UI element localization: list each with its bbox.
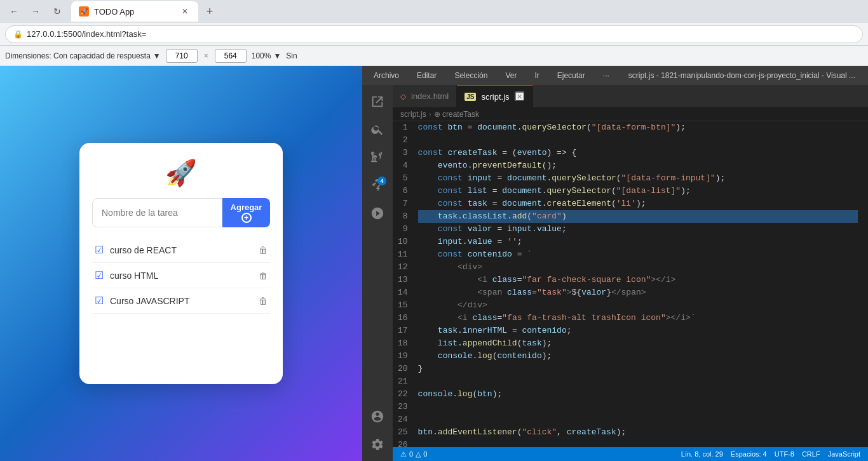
vscode-body: 4 ◇ index.html bbox=[362, 85, 868, 461]
status-spaces[interactable]: Espacios: 4 bbox=[731, 450, 767, 458]
tab-script-js[interactable]: JS script.js ✕ bbox=[457, 85, 532, 107]
todo-item-1: ☑ curso HTML 🗑 bbox=[92, 263, 270, 288]
tab-index-html[interactable]: ◇ index.html bbox=[393, 85, 457, 107]
code-line: } bbox=[418, 363, 858, 375]
todo-text-2: Curso JAVASCRIPT bbox=[110, 296, 252, 306]
vscode-menu-archivo[interactable]: Archivo bbox=[370, 70, 403, 81]
activity-account-icon[interactable] bbox=[366, 405, 389, 428]
dimensions-label: Dimensiones: Con capacidad de respuesta … bbox=[5, 51, 161, 60]
script-js-tab-close[interactable]: ✕ bbox=[515, 91, 525, 102]
reload-button[interactable]: ↻ bbox=[48, 3, 66, 20]
add-button-label: Agregar bbox=[231, 203, 262, 212]
activity-extensions-icon[interactable]: 4 bbox=[366, 174, 389, 197]
breadcrumb-file: script.js bbox=[400, 110, 426, 119]
todo-card: 🚀 Agregar + ☑ curso de REACT 🗑 ☑ curso H… bbox=[79, 143, 283, 384]
status-language[interactable]: JavaScript bbox=[828, 450, 860, 458]
todo-text-0: curso de REACT bbox=[110, 245, 252, 255]
delete-icon-2[interactable]: 🗑 bbox=[259, 296, 268, 306]
code-line bbox=[418, 134, 858, 147]
code-line: const valor = input.value; bbox=[418, 223, 858, 236]
code-line: </div> bbox=[418, 299, 858, 312]
sin-label: Sin bbox=[286, 51, 297, 60]
rocket-icon: 🚀 bbox=[165, 158, 197, 188]
new-tab-button[interactable]: + bbox=[201, 3, 219, 20]
activity-settings-icon[interactable] bbox=[366, 433, 389, 456]
zoom-value: 100% bbox=[252, 51, 271, 60]
toolbar-row: Dimensiones: Con capacidad de respuesta … bbox=[0, 46, 868, 66]
add-plus-icon: + bbox=[241, 213, 252, 223]
active-tab[interactable]: 🚀 TODO App ✕ bbox=[71, 1, 198, 22]
status-line-col[interactable]: Lín. 8, col. 29 bbox=[681, 450, 723, 458]
vscode-editor: Archivo Editar Selección Ver Ir Ejecutar… bbox=[362, 66, 868, 461]
code-line bbox=[418, 413, 858, 426]
activity-debug-icon[interactable] bbox=[366, 202, 389, 225]
activity-source-control-icon[interactable] bbox=[366, 146, 389, 169]
zoom-selector[interactable]: 100% ▼ bbox=[252, 51, 281, 60]
language-text: JavaScript bbox=[828, 450, 860, 458]
vscode-window-title: script.js - 1821-manipulando-dom-con-js-… bbox=[623, 71, 860, 80]
code-line: console.log(btn); bbox=[418, 388, 858, 401]
vscode-menu-more[interactable]: ··· bbox=[599, 70, 613, 81]
status-errors[interactable]: ⚠ 0 △ 0 bbox=[400, 450, 427, 458]
code-line: task.classList.add("card") bbox=[418, 210, 858, 223]
code-line: console.log(contenido); bbox=[418, 350, 858, 363]
vscode-menu-seleccion[interactable]: Selección bbox=[451, 70, 491, 81]
todo-text-1: curso HTML bbox=[110, 271, 252, 281]
vscode-menu-ver[interactable]: Ver bbox=[501, 70, 520, 81]
code-line: <span class="task">${valor}</span> bbox=[418, 286, 858, 299]
vscode-menu-editar[interactable]: Editar bbox=[413, 70, 440, 81]
code-line: const list = document.querySelector("[da… bbox=[418, 185, 858, 197]
vscode-statusbar: ⚠ 0 △ 0 Lín. 8, col. 29 Espacios: 4 bbox=[393, 447, 868, 461]
line-col-text: Lín. 8, col. 29 bbox=[681, 450, 723, 458]
error-icon: ⚠ bbox=[400, 450, 407, 458]
code-line: list.appendChild(task); bbox=[418, 337, 858, 350]
check-icon-0[interactable]: ☑ bbox=[95, 244, 104, 256]
dropdown-icon: ▼ bbox=[153, 51, 161, 60]
code-line: btn.addEventListener("click", createTask… bbox=[418, 426, 858, 439]
check-icon-1[interactable]: ☑ bbox=[95, 269, 104, 281]
code-line: <i class="far fa-check-square icon"></i> bbox=[418, 274, 858, 286]
js-tab-icon: JS bbox=[465, 93, 476, 101]
status-left: ⚠ 0 △ 0 bbox=[400, 450, 427, 458]
vscode-menu-ejecutar[interactable]: Ejecutar bbox=[553, 70, 589, 81]
check-icon-2[interactable]: ☑ bbox=[95, 295, 104, 307]
activity-search-icon[interactable] bbox=[366, 118, 389, 141]
times-symbol: × bbox=[204, 51, 208, 60]
vscode-menu-ir[interactable]: Ir bbox=[531, 70, 543, 81]
line-ending-text: CRLF bbox=[802, 450, 820, 458]
activity-explorer-icon[interactable] bbox=[366, 90, 389, 113]
dimensions-text: Dimensiones: Con capacidad de respuesta bbox=[5, 51, 151, 60]
tab-bar: ← → ↻ 🚀 TODO App ✕ + bbox=[0, 0, 868, 23]
code-line bbox=[418, 375, 858, 388]
code-line: const task = document.createElement('li'… bbox=[418, 197, 858, 210]
add-task-button[interactable]: Agregar + bbox=[222, 198, 270, 227]
todo-input-row: Agregar + bbox=[92, 198, 270, 227]
editor-tabs: ◇ index.html JS script.js ✕ bbox=[393, 85, 868, 107]
height-input[interactable]: 564 bbox=[215, 49, 247, 63]
code-line: const contenido = ` bbox=[418, 248, 858, 261]
status-line-ending[interactable]: CRLF bbox=[802, 450, 820, 458]
forward-button[interactable]: → bbox=[27, 3, 44, 20]
breadcrumb-symbol: ⊕ createTask bbox=[434, 110, 479, 119]
status-encoding[interactable]: UTF-8 bbox=[775, 450, 794, 458]
tab-script-js-label: script.js bbox=[481, 92, 509, 102]
nav-icons: ← → ↻ bbox=[5, 3, 66, 20]
width-input[interactable]: 710 bbox=[166, 49, 198, 63]
code-line bbox=[418, 439, 858, 447]
address-bar[interactable]: 🔒 127.0.0.1:5500/index.html?task= bbox=[5, 25, 863, 43]
code-line: <div> bbox=[418, 261, 858, 274]
tab-close-button[interactable]: ✕ bbox=[179, 6, 191, 17]
delete-icon-0[interactable]: 🗑 bbox=[259, 245, 268, 255]
main-content: 🚀 Agregar + ☑ curso de REACT 🗑 ☑ curso H… bbox=[0, 66, 868, 461]
delete-icon-1[interactable]: 🗑 bbox=[259, 271, 268, 281]
back-button[interactable]: ← bbox=[5, 3, 23, 20]
triangle-icon: △ bbox=[416, 450, 421, 458]
vscode-editor-area: ◇ index.html JS script.js ✕ script.js › … bbox=[393, 85, 868, 461]
code-area[interactable]: 1234567891011121314151617181920212223242… bbox=[393, 121, 868, 447]
zoom-dropdown-icon: ▼ bbox=[273, 51, 281, 60]
extensions-badge: 4 bbox=[377, 177, 386, 185]
warning-count: 0 bbox=[423, 450, 427, 458]
task-name-input[interactable] bbox=[92, 198, 222, 227]
lock-icon: 🔒 bbox=[13, 30, 23, 39]
html-tab-icon: ◇ bbox=[400, 92, 406, 101]
